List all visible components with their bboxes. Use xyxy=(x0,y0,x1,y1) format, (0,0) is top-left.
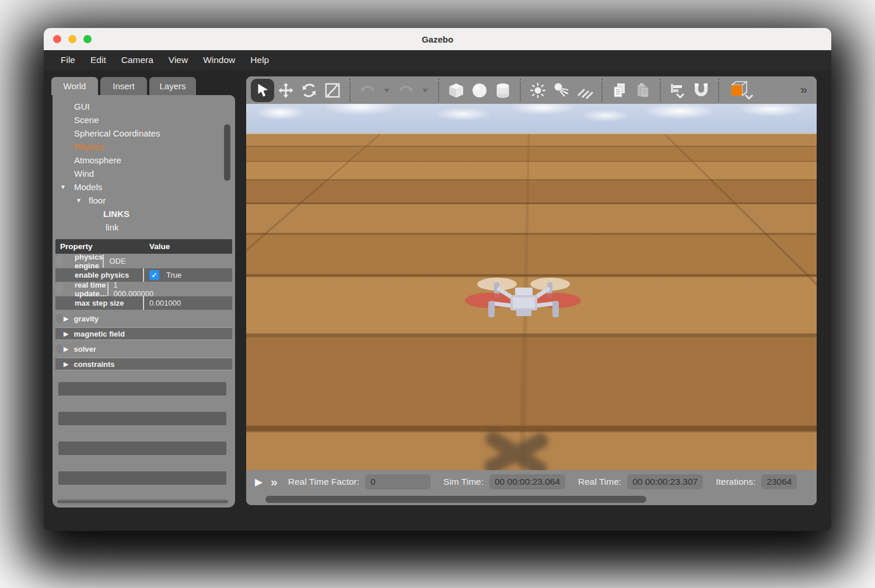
expand-chevrons-icon[interactable]: » xyxy=(271,475,276,489)
menu-view[interactable]: View xyxy=(161,50,195,70)
group-label: solver xyxy=(74,345,96,354)
close-button[interactable] xyxy=(53,35,61,43)
caret-down-icon[interactable]: ▼ xyxy=(76,197,82,204)
move-icon xyxy=(278,82,294,99)
tree-item-links[interactable]: LINKS xyxy=(52,207,235,220)
property-group-solver[interactable]: ▶ solver xyxy=(55,342,64,355)
copy-button[interactable] xyxy=(608,79,631,102)
spot-light-icon xyxy=(552,82,570,99)
scene-tree: GUI Scene Spherical Coordinates Physics … xyxy=(52,100,235,234)
tree-item-wind[interactable]: Wind xyxy=(52,167,235,180)
caret-down-icon xyxy=(383,88,390,93)
tree-item-label: Spherical Coordinates xyxy=(74,128,160,138)
tree-scrollbar[interactable] xyxy=(224,124,230,181)
enable-physics-checkbox[interactable]: ✓ xyxy=(149,270,159,280)
menu-camera[interactable]: Camera xyxy=(114,50,161,70)
tree-item-gui[interactable]: GUI xyxy=(52,100,235,113)
cursor-icon xyxy=(254,82,271,99)
scale-icon xyxy=(324,82,341,99)
iterations-value: 23064 xyxy=(761,474,797,489)
minimize-button[interactable] xyxy=(68,35,76,43)
play-button[interactable]: ▶ xyxy=(255,476,262,488)
quadcopter-model[interactable] xyxy=(464,272,586,330)
menu-file[interactable]: File xyxy=(53,50,83,70)
simulation-viewport[interactable] xyxy=(246,104,817,470)
undo-icon xyxy=(359,82,376,99)
toolbar-separator xyxy=(520,79,521,102)
real-time-label: Real Time: xyxy=(578,477,621,487)
translate-tool-button[interactable] xyxy=(274,79,298,102)
tree-item-label: Wind xyxy=(74,169,94,178)
sim-time-value: 00 00:00:23.064 xyxy=(489,474,565,489)
directional-light-icon xyxy=(576,82,593,99)
redo-history-dropdown[interactable] xyxy=(418,79,433,102)
property-name: max step size xyxy=(55,296,144,310)
tree-item-atmosphere[interactable]: Atmosphere xyxy=(52,153,235,167)
tree-item-floor[interactable]: ▼ floor xyxy=(52,194,235,207)
scale-tool-button[interactable] xyxy=(321,79,344,102)
insert-sphere-button[interactable] xyxy=(468,79,491,102)
property-group-gravity[interactable]: ▶ gravity xyxy=(55,312,64,325)
toolbar-overflow-chevrons[interactable]: » xyxy=(800,83,806,98)
directional-light-button[interactable] xyxy=(573,79,596,102)
rotate-tool-button[interactable] xyxy=(298,79,321,102)
undo-button[interactable] xyxy=(356,79,379,102)
insert-cylinder-button[interactable] xyxy=(491,79,514,102)
tree-item-physics[interactable]: Physics xyxy=(52,140,235,153)
box-icon xyxy=(447,82,465,99)
menu-edit[interactable]: Edit xyxy=(83,50,114,70)
tree-item-scene[interactable]: Scene xyxy=(52,113,235,127)
property-group-magnetic-field[interactable]: ▶ magnetic field xyxy=(55,327,232,340)
align-tool-button[interactable] xyxy=(666,79,690,102)
caret-right-icon[interactable]: ▶ xyxy=(64,345,68,353)
title-bar: Gazebo xyxy=(44,28,831,50)
caret-right-icon[interactable]: ▶ xyxy=(64,315,68,323)
paste-button[interactable] xyxy=(631,79,654,102)
property-value[interactable]: ✓ True xyxy=(144,268,232,282)
front-left-leg xyxy=(488,301,495,317)
property-value[interactable]: 1 000.000000 xyxy=(108,282,154,296)
snap-tool-button[interactable] xyxy=(690,79,713,102)
menu-window[interactable]: Window xyxy=(195,50,243,70)
tree-item-label: Atmosphere xyxy=(74,155,121,165)
property-row-real-time-update[interactable]: real time update… 1 000.000000 xyxy=(55,282,64,296)
zoom-button[interactable] xyxy=(83,35,92,43)
tab-layers[interactable]: Layers xyxy=(149,77,196,95)
caret-down-icon[interactable]: ▼ xyxy=(60,184,66,190)
property-value[interactable]: ODE xyxy=(104,254,125,268)
select-tool-button[interactable] xyxy=(251,79,274,102)
tab-world[interactable]: World xyxy=(51,77,98,95)
spot-light-button[interactable] xyxy=(550,79,573,102)
view-angle-cube-icon xyxy=(726,80,756,101)
main-content: World Insert Layers GUI Scene Spherical … xyxy=(44,70,831,531)
toolbar-separator xyxy=(718,79,719,102)
column-header-property: Property xyxy=(55,242,144,251)
view-angle-button[interactable] xyxy=(724,79,757,102)
menu-help[interactable]: Help xyxy=(243,50,276,70)
viewport-horizontal-scrollbar[interactable] xyxy=(265,496,646,503)
property-value[interactable]: 0.001000 xyxy=(144,296,232,310)
point-light-button[interactable] xyxy=(526,79,550,102)
x-marker-smudge xyxy=(461,422,572,470)
redo-icon xyxy=(397,82,415,99)
property-row-max-step-size[interactable]: max step size 0.001000 xyxy=(55,296,232,310)
caret-right-icon[interactable]: ▶ xyxy=(64,360,68,368)
property-row-physics-engine[interactable]: physics engine ODE xyxy=(55,254,64,268)
insert-box-button[interactable] xyxy=(444,79,468,102)
desktop-backdrop: Gazebo File Edit Camera View Window Help… xyxy=(0,0,875,588)
tree-item-link[interactable]: link xyxy=(52,220,235,234)
body-bottom xyxy=(516,309,531,316)
caret-right-icon[interactable]: ▶ xyxy=(64,330,68,338)
sidebar-horizontal-scrollbar[interactable] xyxy=(57,499,228,505)
sphere-icon xyxy=(471,82,488,99)
tree-item-spherical-coordinates[interactable]: Spherical Coordinates xyxy=(52,127,235,140)
tree-item-models[interactable]: ▼ Models xyxy=(52,180,235,194)
traffic-lights xyxy=(53,35,92,43)
property-group-constraints[interactable]: ▶ constraints xyxy=(55,358,232,370)
undo-history-dropdown[interactable] xyxy=(379,79,394,102)
point-light-icon xyxy=(529,82,547,99)
rotate-icon xyxy=(301,82,317,99)
real-time-factor-value: 0 xyxy=(365,474,430,489)
tab-insert[interactable]: Insert xyxy=(100,77,147,95)
redo-button[interactable] xyxy=(394,79,418,102)
